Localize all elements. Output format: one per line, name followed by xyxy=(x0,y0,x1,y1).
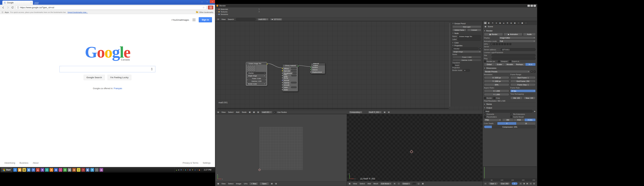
nav-link[interactable]: Images xyxy=(182,19,189,21)
menu-item[interactable]: Add xyxy=(236,111,240,113)
taskbar-app-icon[interactable]: e xyxy=(13,168,17,172)
properties-tab[interactable]: ▦ xyxy=(484,22,487,24)
input-socket[interactable] xyxy=(310,67,312,68)
unlink-icon[interactable]: × xyxy=(270,111,271,113)
pin-icon[interactable]: ◉ xyxy=(383,111,386,113)
end-frame-field[interactable]: End: 250 xyxy=(500,182,510,185)
input-socket[interactable] xyxy=(310,69,312,70)
tray-icon[interactable]: ▴ xyxy=(176,169,177,171)
output-path-field[interactable]: /tmp\ xyxy=(484,110,533,113)
menu-item[interactable]: Select xyxy=(228,183,234,185)
node-label-field[interactable] xyxy=(458,38,481,41)
node-panel-header[interactable]: ▼Node xyxy=(452,32,481,35)
orientation-dropdown[interactable]: Global▾ xyxy=(402,182,410,185)
input-socket[interactable] xyxy=(282,70,283,72)
input-value-field[interactable] xyxy=(291,86,297,88)
frame-step-field[interactable]: Frame Step: 1 xyxy=(510,83,536,86)
input-value-field[interactable] xyxy=(292,72,297,74)
properties-tab[interactable]: ▣ xyxy=(520,22,524,24)
gpu-checkbox[interactable] xyxy=(493,43,495,45)
tray-icon[interactable]: ● xyxy=(185,169,186,171)
footer-link[interactable]: About xyxy=(33,162,38,164)
open-image-button[interactable]: Open xyxy=(260,182,269,185)
remap-new-field[interactable]: New: 100 xyxy=(523,97,536,99)
material-datablock-chip[interactable]: mat0.001× xyxy=(257,18,268,21)
taskbar-app-icon[interactable]: ▦ xyxy=(18,168,22,172)
input-socket[interactable] xyxy=(282,84,283,86)
taskbar-app-icon[interactable]: ⊕ xyxy=(63,168,67,172)
new-layer-button[interactable]: New Layer xyxy=(452,25,481,28)
border-mode-dropdown[interactable]: Border mode xyxy=(247,83,266,85)
menu-item[interactable]: Mesh xyxy=(373,183,378,185)
2d-cursor[interactable] xyxy=(258,168,261,171)
output-socket[interactable] xyxy=(266,63,268,65)
output-option[interactable]: ✓Overwrite xyxy=(484,113,509,115)
menu-item[interactable]: Image xyxy=(236,183,242,185)
gpu-checkbox[interactable]: ✓ xyxy=(490,43,492,45)
outliner-row[interactable]: ▸ Materials 1 xyxy=(216,8,261,11)
bookmark-star-icon[interactable]: ☆ xyxy=(202,6,205,9)
mode-dropdown[interactable]: Edit Mode▾ xyxy=(380,182,392,185)
render-option[interactable]: Viewport xyxy=(498,60,508,62)
current-frame-playhead[interactable] xyxy=(484,167,484,178)
footer-link[interactable]: Business xyxy=(20,162,28,164)
tray-icon[interactable]: ✉ xyxy=(180,169,182,171)
url-text[interactable]: https://www.google.ca/?gws_rd=ssl xyxy=(20,6,202,9)
expand-caret-icon[interactable]: ▸ xyxy=(217,11,218,13)
tray-icon[interactable]: ◦ xyxy=(201,169,202,171)
node-name-field[interactable]: Octane Image Tex xyxy=(458,35,481,38)
start-button[interactable]: Start xyxy=(1,168,12,172)
tab-close-icon[interactable]: × xyxy=(30,2,32,4)
footer-link[interactable]: Advertising xyxy=(4,162,15,164)
crop-option[interactable]: Crop xyxy=(493,97,500,99)
channels-segment[interactable]: RGB xyxy=(514,119,524,121)
stamp-panel-header[interactable]: ►Stamp xyxy=(484,102,536,106)
channels-segment[interactable]: BW xyxy=(502,119,514,121)
timeline-canvas[interactable]: 50100150200250 xyxy=(483,167,537,181)
node-header[interactable]: ▾Octane Image Tex xyxy=(246,62,267,65)
tray-icon[interactable]: ◆ xyxy=(199,169,200,171)
layers-widget[interactable] xyxy=(412,183,416,184)
menu-item[interactable]: View xyxy=(221,18,226,20)
input-value-field[interactable] xyxy=(291,82,297,83)
tray-icon[interactable]: ▾ xyxy=(187,169,188,171)
new-tab-button[interactable] xyxy=(34,2,39,4)
taskbar-app-icon[interactable]: ▲ xyxy=(36,168,40,172)
input-socket[interactable] xyxy=(282,89,283,90)
remap-old-field[interactable]: Old: 100 xyxy=(510,97,523,99)
taskbar-app-icon[interactable]: ♪ xyxy=(58,168,62,172)
editor-type-icon[interactable]: ▦ xyxy=(217,182,220,185)
start-frame-field[interactable]: Start Frame: 1 xyxy=(510,76,536,79)
horizontal-scrollbar[interactable] xyxy=(218,108,449,109)
region-mode-segment[interactable]: Scatter xyxy=(494,63,504,66)
playback-button[interactable]: ▶ xyxy=(526,182,529,185)
window-control-button[interactable]: – xyxy=(528,5,530,7)
color-panel-header[interactable]: ►Color xyxy=(452,41,481,44)
taskbar-app-icon[interactable]: ● xyxy=(45,168,49,172)
render-opengl-icon[interactable]: ▣ xyxy=(422,182,424,185)
tree-type-dropdown[interactable]: Compositing▾ xyxy=(349,111,362,113)
reload-icon[interactable] xyxy=(11,6,14,9)
google-search-button[interactable]: Google Search xyxy=(84,75,105,80)
star-field[interactable] xyxy=(492,54,536,57)
language-link[interactable]: Français xyxy=(114,87,122,90)
unlink-icon[interactable]: × xyxy=(479,48,481,50)
menu-item[interactable]: View xyxy=(221,183,226,185)
taskbar-app-icon[interactable]: ○ xyxy=(95,168,98,172)
region-mode-segment[interactable]: Global xyxy=(484,63,494,66)
properties-tab[interactable]: ◧ xyxy=(487,22,491,24)
resolution-percent-field[interactable]: 50% xyxy=(484,83,509,86)
border-option[interactable]: Border xyxy=(484,97,492,99)
feeling-lucky-button[interactable]: I'm Feeling Lucky xyxy=(108,75,132,80)
search-input[interactable] xyxy=(61,66,150,72)
crop-checkbox[interactable] xyxy=(493,97,495,99)
tray-icon[interactable]: ● xyxy=(178,169,180,171)
taskbar-app-icon[interactable]: ◈ xyxy=(72,168,76,172)
gpu-checkbox[interactable] xyxy=(496,43,498,45)
option-checkbox[interactable] xyxy=(509,60,511,62)
display-dropdown[interactable]: Image Editor xyxy=(499,36,536,39)
editor-type-icon[interactable]: ◔ xyxy=(484,182,487,185)
tree-type-shader-icon[interactable]: ▣ xyxy=(248,111,251,113)
viewport-canvas[interactable]: xy (1) RedF P_053 xyxy=(347,114,482,181)
3d-cursor[interactable] xyxy=(409,149,414,154)
